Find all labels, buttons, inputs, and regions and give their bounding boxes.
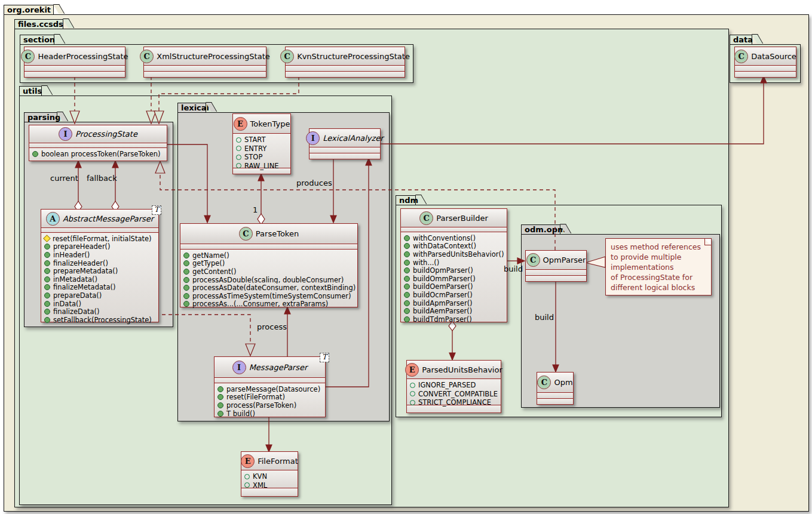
member-text: withConventions() <box>413 234 476 242</box>
public-method-icon <box>44 309 50 315</box>
member-row: KVN <box>241 472 298 481</box>
class-parsed-units-behavior: EParsedUnitsBehavior IGNORE_PARSEDCONVER… <box>406 360 501 413</box>
member-text: XML <box>253 481 267 490</box>
package-label: lexical <box>181 103 209 112</box>
package-label: ndm <box>399 196 418 205</box>
member-text: ENTRY <box>244 144 266 153</box>
public-method-icon <box>183 269 189 275</box>
member-text: buildOcmParser() <box>413 291 473 299</box>
enum-constant-icon <box>244 474 250 479</box>
member-row: buildOcmParser() <box>401 291 507 299</box>
member-text: buildAemParser() <box>413 307 472 315</box>
class-icon: C <box>239 227 253 241</box>
member-text: boolean processToken(ParseToken) <box>41 150 161 158</box>
public-method-icon <box>44 260 50 266</box>
class-name: HeaderProcessingState <box>38 52 128 61</box>
public-method-icon <box>44 293 50 298</box>
edge-label-build-opm: build <box>535 313 554 322</box>
enum-icon: E <box>234 117 247 131</box>
package-label: utils <box>23 87 42 96</box>
public-method-icon <box>217 402 223 408</box>
public-method-icon <box>44 284 50 290</box>
class-parse-token: CParseToken getName()getType()getContent… <box>180 223 358 307</box>
edge-label-process: process <box>257 322 287 331</box>
note-line: to provide multiple <box>611 252 706 262</box>
note-opmparser: uses method references to provide multip… <box>605 238 712 296</box>
member-text: prepareMetadata() <box>53 267 118 275</box>
member-row: prepareMetadata() <box>41 267 158 275</box>
abstract-icon: A <box>46 212 60 226</box>
class-opm: COpm <box>537 372 574 405</box>
public-method-icon <box>183 293 189 299</box>
class-opm-parser: COpmParser <box>525 250 587 282</box>
package-label: org.orekit <box>7 5 51 14</box>
public-method-icon <box>44 268 50 274</box>
class-name: XmlStructureProcessingState <box>157 52 269 61</box>
public-method-icon <box>404 308 410 314</box>
member-text: inHeader() <box>53 251 90 259</box>
member-row: reset(fileFormat, initialState) <box>41 235 158 243</box>
member-row: buildAemParser() <box>401 307 507 315</box>
member-row: IGNORE_PARSED <box>407 381 501 390</box>
public-method-icon <box>217 386 223 392</box>
class-icon: C <box>21 50 35 63</box>
class-header-processing-state: CHeaderProcessingState <box>24 47 125 78</box>
class-token-type: ETokenType STARTENTRYSTOPRAW_LINE <box>232 113 291 174</box>
interface-icon: I <box>59 127 72 141</box>
package-ndm-tab: ndm <box>396 195 416 205</box>
package-section-tab: section <box>20 35 54 44</box>
package-org-orekit-tab: org.orekit <box>4 5 54 14</box>
class-message-parser: IMessageParser parseMessage(Datasource)r… <box>214 356 326 417</box>
member-text: getType() <box>192 260 225 268</box>
generic-tag: T <box>320 353 329 362</box>
class-icon: C <box>280 50 294 63</box>
class-name: ParsedUnitsBehavior <box>422 365 502 374</box>
member-row: CONVERT_COMPATIBLE <box>407 390 501 399</box>
class-name: OpmParser <box>543 256 586 264</box>
package-label: section <box>23 35 55 44</box>
enum-constant-icon <box>236 137 241 143</box>
class-icon: C <box>734 50 748 63</box>
member-row: with...() <box>401 258 507 267</box>
member-row: buildTdmParser() <box>401 315 507 324</box>
public-method-icon <box>404 235 410 241</box>
member-text: getName() <box>192 251 229 260</box>
member-row: withParsedUnitsBehavior() <box>401 250 507 258</box>
package-label: odm.opm <box>525 225 566 234</box>
enum-constant-icon <box>410 391 415 396</box>
public-method-icon <box>183 260 189 266</box>
member-row: prepareHeader() <box>41 243 158 251</box>
package-label: parsing <box>27 113 60 122</box>
package-label: files.ccsds <box>18 20 63 29</box>
public-method-icon <box>404 267 410 273</box>
member-text: processAsDouble(scaling, doubleConsumer) <box>192 276 344 284</box>
member-text: processAsTimeSystem(timeSystemConsumer) <box>192 292 351 300</box>
member-row: T build() <box>215 410 325 418</box>
enum-constant-icon <box>410 383 415 388</box>
public-method-icon <box>44 301 50 307</box>
member-text: getContent() <box>192 267 237 276</box>
member-row: STOP <box>233 153 290 162</box>
class-kvn-structure-processing-state: CKvnStructureProcessingState <box>285 47 405 78</box>
public-method-icon <box>44 244 50 250</box>
member-row: STRICT_COMPLIANCE <box>407 398 501 407</box>
member-row: getType() <box>180 260 357 268</box>
class-name: ParserBuilder <box>436 214 488 223</box>
interface-icon: I <box>306 131 320 145</box>
member-row: processAs...(...Consumer, extraParams) <box>180 300 357 309</box>
member-row: withConventions() <box>401 234 507 242</box>
class-name: AbstractMessageParser <box>63 214 154 223</box>
package-files-ccsds-tab: files.ccsds <box>14 19 63 29</box>
public-method-icon <box>32 151 38 157</box>
public-method-icon <box>404 276 410 282</box>
member-text: finalizeData() <box>53 307 100 316</box>
public-method-icon <box>404 292 410 298</box>
member-text: prepareHeader() <box>53 243 111 251</box>
edge-label-build-parser: build <box>504 264 523 273</box>
note-line: different logical blocks <box>611 282 706 293</box>
enum-icon: E <box>405 363 419 377</box>
class-name: LexicalAnalyzer <box>323 134 383 143</box>
enum-constant-icon <box>236 155 241 160</box>
public-method-icon <box>183 301 189 307</box>
note-line: uses method references <box>611 242 706 252</box>
